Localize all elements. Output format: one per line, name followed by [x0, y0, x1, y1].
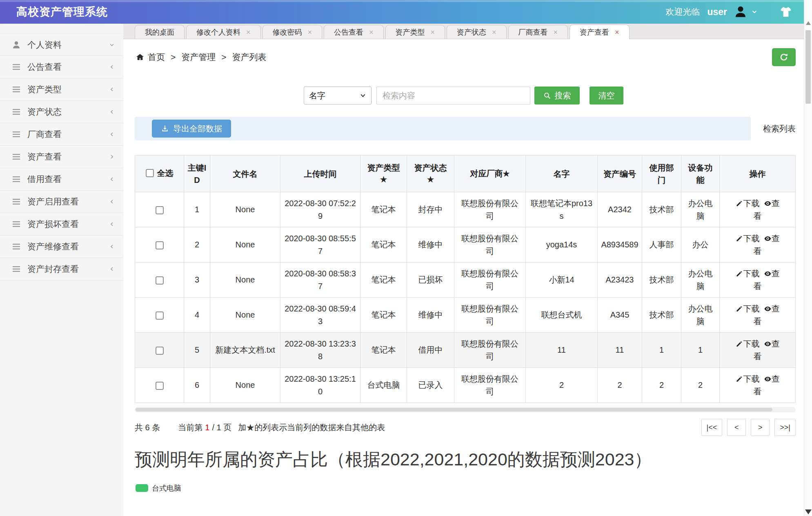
col-asset-status: 资产状态★ — [407, 156, 454, 192]
vertical-scrollbar-thumb[interactable] — [805, 30, 811, 104]
row-checkbox[interactable] — [156, 206, 164, 214]
eye-icon — [764, 375, 772, 383]
tab-change-password[interactable]: 修改密码× — [263, 25, 323, 39]
sidebar-item-asset-view[interactable]: 资产查看 — [0, 146, 123, 168]
tab-asset-status[interactable]: 资产状态× — [447, 25, 507, 39]
clear-button[interactable]: 清空 — [590, 87, 623, 105]
close-icon[interactable]: × — [492, 29, 496, 36]
breadcrumb-separator: > — [221, 52, 226, 62]
close-icon[interactable]: × — [308, 29, 312, 36]
sidebar-item-borrow-view[interactable]: 借用查看 — [0, 168, 123, 191]
tab-edit-profile[interactable]: 修改个人资料× — [186, 25, 261, 39]
chevron-left-icon — [109, 86, 115, 93]
menu-icon — [11, 264, 21, 274]
asset-table-wrap: 全选 主键ID 文件名 上传时间 资产类型★ 资产状态★ 对应厂商★ 名字 资产… — [135, 155, 796, 403]
close-icon[interactable]: × — [369, 29, 374, 36]
breadcrumb-home[interactable]: 首页 — [148, 51, 165, 63]
table-horizontal-scrollbar — [135, 407, 796, 412]
col-department: 使用部门 — [642, 156, 681, 192]
star-icon: ★ — [410, 174, 451, 186]
tab-notice-view[interactable]: 公告查看× — [324, 25, 384, 39]
tab-vendor-view[interactable]: 厂商查看× — [508, 25, 568, 39]
search-row: 名字 搜索 清空 — [123, 87, 804, 105]
menu-icon — [11, 107, 21, 117]
table-row: 3 None 2020-08-30 08:58:37 笔记本 已损坏 联想股份有… — [135, 262, 796, 298]
sidebar-item-label: 资产类型 — [27, 84, 109, 95]
export-all-button[interactable]: 导出全部数据 — [152, 120, 231, 138]
search-button[interactable]: 搜索 — [534, 87, 580, 105]
tab-asset-view-active[interactable]: 资产查看× — [570, 24, 630, 39]
row-checkbox[interactable] — [156, 382, 164, 390]
download-link[interactable]: 下载 — [736, 199, 760, 208]
row-checkbox[interactable] — [156, 311, 164, 320]
scroll-down-arrow-icon[interactable] — [805, 509, 812, 514]
sidebar-item-asset-repair-view[interactable]: 资产维修查看 — [0, 236, 123, 258]
download-icon — [161, 125, 169, 133]
current-page-number: 1 — [205, 423, 209, 432]
prev-page-button[interactable]: < — [727, 419, 746, 436]
close-icon[interactable]: × — [246, 29, 251, 36]
close-icon[interactable]: × — [554, 29, 558, 36]
user-menu-chevron-down-icon[interactable] — [751, 8, 758, 16]
sidebar-item-vendor-view[interactable]: 厂商查看 — [0, 123, 123, 146]
horizontal-scrollbar-thumb[interactable] — [136, 408, 772, 411]
sidebar-item-label: 资产封存查看 — [27, 263, 109, 275]
search-field-select[interactable]: 名字 — [304, 87, 372, 105]
sidebar-item-notice-view[interactable]: 公告查看 — [0, 56, 123, 78]
close-icon[interactable]: × — [431, 29, 435, 36]
eye-icon — [764, 340, 772, 348]
first-page-button[interactable]: |<< — [701, 419, 723, 436]
menu-icon — [11, 197, 21, 207]
chevron-left-icon — [109, 221, 115, 227]
breadcrumb: 首页 > 资产管理 > 资产列表 — [136, 51, 267, 63]
table-row: 6 None 2022-08-30 13:25:10 台式电脑 已录入 联想股份… — [135, 368, 796, 403]
sidebar-item-personal-profile[interactable]: 个人资料 — [0, 33, 123, 56]
scroll-up-arrow-icon[interactable] — [806, 21, 811, 25]
theme-tshirt-icon[interactable] — [779, 5, 792, 18]
breadcrumb-asset-management[interactable]: 资产管理 — [181, 51, 216, 63]
sidebar-item-asset-enable-view[interactable]: 资产启用查看 — [0, 191, 123, 213]
pencil-icon — [736, 270, 743, 278]
download-link[interactable]: 下载 — [736, 304, 760, 313]
col-asset-code: 资产编号 — [598, 156, 642, 192]
select-all-checkbox[interactable] — [146, 169, 154, 177]
search-input[interactable] — [376, 87, 530, 105]
username[interactable]: user — [707, 7, 727, 18]
chevron-left-icon — [109, 198, 115, 205]
breadcrumb-row: 首页 > 资产管理 > 资产列表 — [123, 39, 804, 75]
sidebar-item-label: 资产查看 — [27, 151, 109, 162]
col-upload-time: 上传时间 — [280, 156, 360, 192]
export-panel: 导出全部数据 — [135, 117, 751, 140]
download-link[interactable]: 下载 — [736, 374, 760, 383]
download-link[interactable]: 下载 — [736, 269, 760, 278]
main-content: 我的桌面 修改个人资料× 修改密码× 公告查看× 资产类型× 资产状态× 厂商查… — [123, 24, 804, 516]
tab-my-desktop[interactable]: 我的桌面 — [135, 25, 185, 39]
sidebar-item-asset-status[interactable]: 资产状态 — [0, 101, 123, 123]
next-page-button[interactable]: > — [751, 419, 770, 436]
legend-swatch — [136, 484, 148, 492]
breadcrumb-asset-list[interactable]: 资产列表 — [232, 51, 267, 63]
sidebar: 个人资料 公告查看 资产类型 资产状态 厂商查看 资产查看 — [0, 24, 123, 516]
pencil-icon — [736, 375, 743, 383]
row-checkbox[interactable] — [156, 347, 164, 355]
chart-legend-item[interactable]: 台式电脑 — [136, 483, 804, 493]
refresh-icon — [779, 52, 789, 62]
avatar-icon[interactable] — [734, 5, 747, 19]
prediction-chart-title: 预测明年所属的资产占比（根据2022,2021,2020的数据预测2023） — [135, 448, 767, 471]
tab-asset-type[interactable]: 资产类型× — [385, 25, 445, 39]
star-icon: ★ — [364, 174, 403, 186]
close-icon[interactable]: × — [615, 29, 619, 36]
last-page-button[interactable]: >>| — [774, 419, 796, 436]
chevron-left-icon — [109, 266, 115, 272]
home-icon — [136, 53, 145, 62]
sidebar-item-asset-type[interactable]: 资产类型 — [0, 78, 123, 101]
download-link[interactable]: 下载 — [736, 234, 760, 243]
download-link[interactable]: 下载 — [736, 339, 760, 348]
sidebar-item-asset-damage-view[interactable]: 资产损坏查看 — [0, 213, 123, 236]
col-vendor: 对应厂商★ — [454, 156, 526, 192]
sidebar-item-asset-archive-view[interactable]: 资产封存查看 — [0, 258, 123, 280]
row-checkbox[interactable] — [156, 276, 164, 285]
search-list-label: 检索列表 — [751, 123, 796, 134]
refresh-button[interactable] — [772, 48, 796, 66]
row-checkbox[interactable] — [156, 241, 164, 249]
